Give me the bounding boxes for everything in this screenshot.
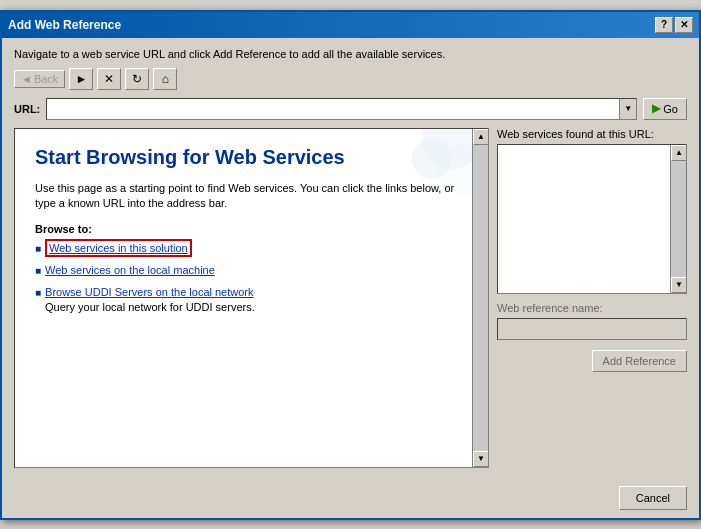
bullet-icon: ■ bbox=[35, 287, 41, 298]
url-row: URL: ▼ ▶ Go bbox=[14, 98, 687, 120]
link-content: Browse UDDI Servers on the local network… bbox=[45, 285, 468, 313]
stop-button[interactable]: ✕ bbox=[97, 68, 121, 90]
forward-icon: ► bbox=[75, 72, 87, 86]
home-button[interactable]: ⌂ bbox=[153, 68, 177, 90]
home-icon: ⌂ bbox=[162, 72, 169, 86]
web-services-solution-link[interactable]: Web services in this solution bbox=[45, 239, 192, 257]
url-label: URL: bbox=[14, 103, 40, 115]
link-item: ■ Web services on the local machine bbox=[35, 263, 468, 277]
link-item: ■ Web services in this solution bbox=[35, 241, 468, 255]
browsing-description: Use this page as a starting point to fin… bbox=[35, 181, 468, 212]
refresh-icon: ↻ bbox=[132, 72, 142, 86]
stop-icon: ✕ bbox=[104, 72, 114, 86]
scroll-up-button[interactable]: ▲ bbox=[473, 129, 489, 145]
dialog-body: Navigate to a web service URL and click … bbox=[2, 38, 699, 478]
services-scroll-up[interactable]: ▲ bbox=[671, 145, 687, 161]
browse-to-label: Browse to: bbox=[35, 223, 468, 235]
url-input[interactable] bbox=[46, 98, 619, 120]
back-arrow-icon: ◄ bbox=[21, 73, 32, 85]
link-content: Web services on the local machine bbox=[45, 263, 468, 277]
close-button[interactable]: ✕ bbox=[675, 17, 693, 33]
back-button[interactable]: ◄ Back bbox=[14, 70, 65, 88]
go-button[interactable]: ▶ Go bbox=[643, 98, 687, 120]
link-item: ■ Browse UDDI Servers on the local netwo… bbox=[35, 285, 468, 313]
browser-scrollbar: ▲ ▼ bbox=[472, 129, 488, 467]
scroll-down-button[interactable]: ▼ bbox=[473, 451, 489, 467]
bullet-icon: ■ bbox=[35, 265, 41, 276]
go-icon: ▶ bbox=[652, 102, 660, 115]
browser-content: Start Browsing for Web Services Use this… bbox=[15, 129, 488, 451]
services-scroll-down[interactable]: ▼ bbox=[671, 277, 687, 293]
help-button[interactable]: ? bbox=[655, 17, 673, 33]
refresh-button[interactable]: ↻ bbox=[125, 68, 149, 90]
browsing-title: Start Browsing for Web Services bbox=[35, 145, 468, 169]
title-bar: Add Web Reference ? ✕ bbox=[2, 12, 699, 38]
main-area: Start Browsing for Web Services Use this… bbox=[14, 128, 687, 468]
services-scrollbar: ▲ ▼ bbox=[670, 145, 686, 293]
right-pane: Web services found at this URL: ▲ ▼ Web … bbox=[497, 128, 687, 468]
go-label: Go bbox=[663, 103, 678, 115]
web-reference-name-input[interactable] bbox=[497, 318, 687, 340]
dialog-title: Add Web Reference bbox=[8, 18, 121, 32]
url-dropdown-button[interactable]: ▼ bbox=[619, 98, 637, 120]
services-found-label: Web services found at this URL: bbox=[497, 128, 687, 140]
web-ref-label: Web reference name: bbox=[497, 302, 687, 314]
browser-pane: Start Browsing for Web Services Use this… bbox=[14, 128, 489, 468]
cancel-button[interactable]: Cancel bbox=[619, 486, 687, 510]
services-scroll-track[interactable] bbox=[671, 161, 686, 277]
forward-button[interactable]: ► bbox=[69, 68, 93, 90]
services-listbox[interactable]: ▲ ▼ bbox=[497, 144, 687, 294]
navigation-toolbar: ◄ Back ► ✕ ↻ ⌂ bbox=[14, 68, 687, 90]
bullet-icon: ■ bbox=[35, 243, 41, 254]
link-content: Web services in this solution bbox=[45, 241, 468, 255]
url-combo: ▼ bbox=[46, 98, 637, 120]
add-reference-button[interactable]: Add Reference bbox=[592, 350, 687, 372]
uddi-description: Query your local network for UDDI server… bbox=[45, 301, 468, 313]
back-label: Back bbox=[34, 73, 58, 85]
instruction-text: Navigate to a web service URL and click … bbox=[14, 48, 687, 60]
title-bar-buttons: ? ✕ bbox=[655, 17, 693, 33]
browse-uddi-link[interactable]: Browse UDDI Servers on the local network bbox=[45, 286, 253, 298]
add-web-reference-dialog: Add Web Reference ? ✕ Navigate to a web … bbox=[0, 10, 701, 520]
web-services-local-link[interactable]: Web services on the local machine bbox=[45, 264, 215, 276]
bottom-bar: Cancel bbox=[2, 478, 699, 518]
scrollbar-track[interactable] bbox=[473, 145, 488, 451]
